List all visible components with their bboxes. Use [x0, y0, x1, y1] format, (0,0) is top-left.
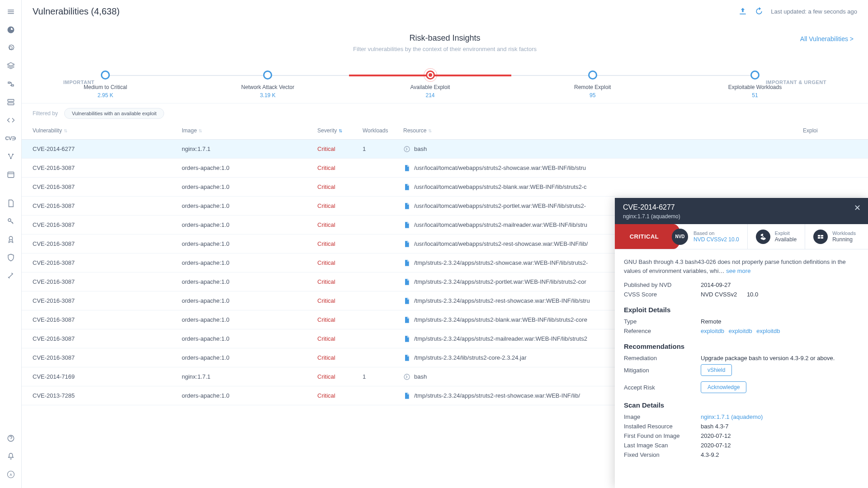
cell-image: orders-apache:1.0 — [182, 297, 317, 304]
cell-image: orders-apache:1.0 — [182, 354, 317, 361]
stepper-node[interactable]: Available Exploit214 — [394, 70, 467, 99]
svg-rect-0 — [8, 99, 14, 102]
filter-chip[interactable]: Vulnerabilities with an available exploi… — [64, 108, 164, 119]
acknowledge-button[interactable]: Acknowledge — [701, 381, 746, 393]
document-icon[interactable] — [3, 195, 19, 211]
close-icon[interactable]: ✕ — [852, 202, 863, 213]
reference-link[interactable]: exploitdb — [701, 328, 724, 334]
workloads-icon — [813, 230, 828, 244]
page-header: Vulnerabilities (4,638) Last updated: a … — [22, 0, 868, 23]
flow-icon[interactable] — [3, 76, 19, 92]
table-row[interactable]: CVE-2016-3087orders-apache:1.0Critical/u… — [22, 159, 868, 178]
layers-icon[interactable] — [3, 58, 19, 74]
th-image[interactable]: Image⇅ — [182, 127, 317, 134]
th-exploit[interactable]: Exploi — [803, 127, 857, 134]
svg-point-6 — [8, 219, 11, 221]
filter-label: Filtered by — [33, 110, 58, 117]
svg-rect-16 — [818, 237, 820, 238]
cell-severity: Critical — [317, 164, 363, 171]
nvd-badge-icon: NVD — [672, 229, 688, 245]
stepper-circle[interactable] — [588, 70, 597, 80]
tools-icon[interactable] — [3, 267, 19, 284]
network-icon[interactable] — [3, 148, 19, 164]
th-resource[interactable]: Resource⇅ — [403, 127, 803, 134]
shell-icon — [403, 373, 410, 380]
stepper-node-label: Medium to Critical — [69, 84, 142, 90]
th-severity[interactable]: Severity⇅ — [317, 127, 363, 134]
cell-image: orders-apache:1.0 — [182, 278, 317, 285]
cell-vulnerability: CVE-2016-3087 — [33, 202, 182, 209]
ribbon-icon[interactable] — [3, 231, 19, 248]
exploit-details-title: Exploit Details — [624, 306, 859, 314]
key-icon[interactable] — [3, 213, 19, 230]
table-row[interactable]: CVE-2016-3087orders-apache:1.0Critical/u… — [22, 178, 868, 197]
file-icon — [403, 392, 410, 399]
stepper-circle[interactable] — [750, 70, 760, 80]
table-row[interactable]: CVE-2014-6277nginx:1.7.1Critical1bash — [22, 140, 868, 159]
detail-title: CVE-2014-6277 — [623, 203, 860, 211]
cell-severity: Critical — [317, 335, 363, 342]
menu-icon[interactable] — [3, 4, 19, 20]
dashboard-icon[interactable] — [3, 22, 19, 38]
badge-based-on: Based on NVD CVSSv2 10.0 — [688, 224, 748, 249]
refresh-icon[interactable] — [755, 7, 764, 16]
cell-image: orders-apache:1.0 — [182, 335, 317, 342]
filter-row: Filtered by Vulnerabilities with an avai… — [22, 103, 868, 122]
stepper-node[interactable]: Network Attack Vector3.19 K — [231, 70, 304, 99]
cell-vulnerability: CVE-2016-3087 — [33, 278, 182, 285]
cell-severity: Critical — [317, 259, 363, 266]
bell-icon[interactable] — [3, 448, 19, 465]
cell-image: nginx:1.7.1 — [182, 373, 317, 380]
th-workloads[interactable]: Workloads — [363, 127, 403, 134]
shield-icon[interactable] — [3, 249, 19, 266]
severity-badge: CRITICAL — [615, 224, 674, 249]
insights-subtitle: Filter vulnerabilities by the context of… — [36, 46, 854, 52]
svg-rect-1 — [8, 103, 14, 105]
stepper-circle[interactable] — [263, 70, 272, 80]
cvss-link[interactable]: NVD CVSSv2 — [701, 291, 737, 298]
cell-image: orders-apache:1.0 — [182, 202, 317, 209]
server-icon[interactable] — [3, 94, 19, 110]
detail-body: GNU Bash through 4.3 bash43-026 does not… — [615, 249, 868, 488]
file-icon — [403, 202, 410, 210]
file-icon — [403, 183, 410, 191]
stepper-node[interactable]: Medium to Critical2.95 K — [69, 70, 142, 99]
cve-icon[interactable]: CV∋ — [3, 130, 19, 146]
cell-vulnerability: CVE-2016-3087 — [33, 297, 182, 304]
vshield-button[interactable]: vShield — [701, 364, 732, 376]
th-vulnerability[interactable]: Vulnerability⇅ — [33, 127, 182, 134]
stepper-node[interactable]: Exploitable Workloads51 — [719, 70, 791, 99]
file-icon — [403, 335, 410, 343]
insights-title: Risk-based Insights — [36, 33, 854, 43]
cell-image: orders-apache:1.0 — [182, 183, 317, 190]
scan-image-link[interactable]: nginx:1.7.1 (aquademo) — [701, 413, 859, 420]
stepper-circle[interactable] — [101, 70, 110, 80]
detail-panel: ✕ CVE-2014-6277 nginx:1.7.1 (aquademo) C… — [615, 198, 868, 488]
stepper-node[interactable]: Remote Exploit95 — [557, 70, 629, 99]
svg-rect-14 — [818, 235, 820, 236]
stepper-node-count: 95 — [557, 92, 629, 99]
code-icon[interactable] — [3, 112, 19, 128]
cell-severity: Critical — [317, 316, 363, 323]
cell-vulnerability: CVE-2013-7285 — [33, 392, 182, 399]
scan-details-title: Scan Details — [624, 401, 859, 409]
cell-vulnerability: CVE-2016-3087 — [33, 335, 182, 342]
calendar-icon[interactable] — [3, 166, 19, 183]
svg-point-7 — [9, 236, 13, 240]
cell-severity: Critical — [317, 202, 363, 209]
stepper-circle[interactable] — [426, 70, 435, 80]
cell-resource: /usr/local/tomcat/webapps/struts2-showca… — [403, 164, 803, 172]
file-icon — [403, 354, 410, 361]
content-area: Risk-based Insights Filter vulnerabiliti… — [22, 23, 868, 488]
all-vulnerabilities-link[interactable]: All Vulnerabilities > — [800, 35, 854, 42]
see-more-link[interactable]: see more — [726, 267, 750, 274]
cell-severity: Critical — [317, 278, 363, 285]
help-icon[interactable] — [3, 430, 19, 446]
user-avatar-icon[interactable]: A — [3, 466, 19, 483]
upload-icon[interactable] — [738, 7, 747, 16]
reference-link[interactable]: exploitdb — [756, 328, 780, 334]
cell-severity: Critical — [317, 373, 363, 380]
reference-link[interactable]: exploitdb — [729, 328, 752, 334]
gear-icon[interactable] — [3, 40, 19, 56]
insights-panel: Risk-based Insights Filter vulnerabiliti… — [22, 23, 868, 103]
